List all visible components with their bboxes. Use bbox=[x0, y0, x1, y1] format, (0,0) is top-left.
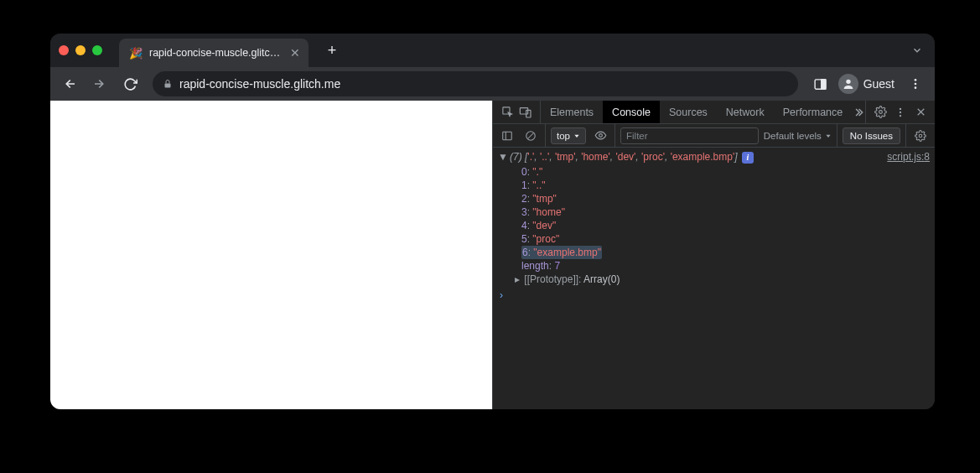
devtools-tab-console[interactable]: Console bbox=[603, 101, 660, 123]
array-entry-row: 2: "tmp" bbox=[493, 192, 935, 205]
devtools-tab-performance[interactable]: Performance bbox=[774, 101, 853, 123]
array-entry-row: 1: ".." bbox=[493, 179, 935, 192]
console-log-row[interactable]: ▼ (7) ['.', '..', 'tmp', 'home', 'dev', … bbox=[493, 151, 935, 165]
browser-toolbar: rapid-concise-muscle.glitch.me Guest bbox=[50, 67, 935, 101]
svg-point-16 bbox=[900, 114, 901, 116]
array-length-row: length: 7 bbox=[493, 259, 935, 273]
device-toolbar-icon[interactable] bbox=[516, 103, 535, 122]
console-settings-icon[interactable] bbox=[911, 127, 930, 145]
svg-rect-5 bbox=[822, 79, 826, 88]
profile-label: Guest bbox=[863, 77, 894, 91]
context-selector[interactable]: top bbox=[551, 127, 586, 144]
svg-point-6 bbox=[846, 80, 850, 84]
svg-marker-23 bbox=[574, 134, 578, 137]
tabs-menu-icon[interactable] bbox=[911, 44, 923, 56]
prototype-value: Array(0) bbox=[583, 273, 620, 285]
console-filter-input[interactable] bbox=[620, 127, 759, 144]
array-entry-row: 6: "example.bmp" bbox=[493, 246, 935, 259]
page-viewport[interactable] bbox=[50, 101, 492, 409]
lock-icon bbox=[163, 79, 173, 89]
reload-button[interactable] bbox=[117, 71, 143, 96]
console-prompt[interactable]: › bbox=[493, 286, 935, 304]
live-expression-icon[interactable] bbox=[591, 127, 609, 145]
side-panel-icon[interactable] bbox=[808, 71, 833, 96]
window-controls bbox=[59, 45, 102, 55]
log-levels-selector[interactable]: Default levels bbox=[764, 131, 832, 141]
devtools-tab-sources[interactable]: Sources bbox=[660, 101, 717, 123]
close-window-button[interactable] bbox=[59, 45, 69, 55]
source-link[interactable]: script.js:8 bbox=[887, 151, 930, 163]
issues-label: No Issues bbox=[850, 131, 893, 141]
length-value: 7 bbox=[554, 260, 560, 272]
array-length-badge: (7) bbox=[510, 151, 522, 163]
tab-title: rapid-concise-muscle.glitch.m bbox=[149, 47, 283, 59]
expand-arrow-icon[interactable]: ▼ bbox=[498, 151, 506, 163]
forward-button[interactable] bbox=[87, 71, 112, 96]
devtools-close-icon[interactable] bbox=[911, 103, 930, 122]
content-area: ElementsConsoleSourcesNetworkPerformance bbox=[50, 101, 935, 409]
array-entry-row: 3: "home" bbox=[493, 205, 935, 219]
prototype-row[interactable]: ▸ [[Prototype]]: Array(0) bbox=[493, 273, 935, 286]
back-button[interactable] bbox=[57, 71, 82, 96]
devtools-tab-network[interactable]: Network bbox=[717, 101, 774, 123]
svg-point-7 bbox=[915, 79, 917, 81]
minimize-window-button[interactable] bbox=[75, 45, 86, 55]
console-sidebar-toggle-icon[interactable] bbox=[498, 127, 516, 145]
svg-point-24 bbox=[599, 134, 602, 138]
array-inline-item: '..' bbox=[540, 151, 549, 163]
prototype-label: [[Prototype]] bbox=[524, 273, 578, 285]
array-entry-row: 4: "dev" bbox=[493, 219, 935, 232]
array-inline-item: 'proc' bbox=[641, 151, 665, 163]
devtools-settings-icon[interactable] bbox=[871, 103, 889, 122]
browser-window: 🎉 rapid-concise-muscle.glitch.m ✕ + rapi… bbox=[50, 34, 935, 409]
devtools-tabs: ElementsConsoleSourcesNetworkPerformance bbox=[493, 101, 935, 124]
array-entry-row: 0: "." bbox=[493, 165, 935, 179]
svg-rect-19 bbox=[503, 132, 512, 139]
issues-chip[interactable]: No Issues bbox=[843, 127, 900, 144]
svg-rect-2 bbox=[165, 84, 171, 88]
url-text: rapid-concise-muscle.glitch.me bbox=[179, 77, 340, 91]
svg-marker-25 bbox=[826, 134, 830, 137]
new-tab-button[interactable]: + bbox=[320, 39, 344, 62]
svg-point-14 bbox=[900, 107, 901, 109]
maximize-window-button[interactable] bbox=[92, 45, 102, 55]
svg-point-8 bbox=[915, 83, 917, 86]
more-tabs-icon[interactable] bbox=[852, 103, 865, 122]
info-icon[interactable]: i bbox=[742, 152, 754, 164]
devtools-left-icons bbox=[493, 101, 541, 123]
length-key: length bbox=[521, 260, 549, 272]
array-inline-item: 'home' bbox=[581, 151, 610, 163]
svg-point-13 bbox=[879, 111, 882, 114]
console-toolbar: top Default levels No Issues bbox=[493, 124, 935, 148]
tab-strip: 🎉 rapid-concise-muscle.glitch.m ✕ + bbox=[50, 34, 935, 67]
array-summary: (7) ['.', '..', 'tmp', 'home', 'dev', 'p… bbox=[510, 151, 875, 164]
array-inline-item: 'tmp' bbox=[555, 151, 576, 163]
devtools-right-icons bbox=[865, 101, 935, 123]
console-output[interactable]: ▼ (7) ['.', '..', 'tmp', 'home', 'dev', … bbox=[493, 148, 935, 409]
address-bar[interactable]: rapid-concise-muscle.glitch.me bbox=[153, 71, 798, 96]
tab-favicon: 🎉 bbox=[129, 47, 143, 60]
kebab-menu-icon[interactable] bbox=[903, 71, 928, 96]
profile-button[interactable]: Guest bbox=[838, 74, 898, 94]
log-levels-label: Default levels bbox=[764, 131, 822, 141]
array-inline-item: 'example.bmp' bbox=[671, 151, 735, 163]
inspect-element-icon[interactable] bbox=[498, 103, 516, 122]
avatar-icon bbox=[838, 74, 858, 94]
array-inline-item: 'dev' bbox=[615, 151, 635, 163]
close-tab-icon[interactable]: ✕ bbox=[290, 46, 300, 60]
clear-console-icon[interactable] bbox=[521, 127, 540, 145]
devtools-panel: ElementsConsoleSourcesNetworkPerformance bbox=[492, 101, 935, 409]
devtools-kebab-icon[interactable] bbox=[891, 103, 910, 122]
array-entry-row: 5: "proc" bbox=[493, 232, 935, 246]
browser-tab[interactable]: 🎉 rapid-concise-muscle.glitch.m ✕ bbox=[119, 39, 309, 67]
svg-point-15 bbox=[900, 111, 901, 112]
devtools-tab-elements[interactable]: Elements bbox=[541, 101, 603, 123]
svg-point-26 bbox=[919, 134, 922, 138]
svg-point-9 bbox=[915, 86, 917, 89]
svg-line-22 bbox=[528, 133, 534, 138]
context-label: top bbox=[557, 131, 570, 141]
